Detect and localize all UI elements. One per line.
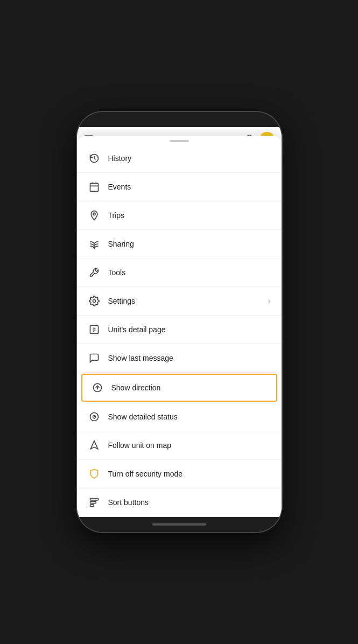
tools-icon xyxy=(88,266,101,279)
security-label: Turn off security mode xyxy=(108,470,271,478)
svg-rect-21 xyxy=(90,183,98,191)
menu-item-trips[interactable]: Trips xyxy=(77,201,282,230)
svg-rect-39 xyxy=(90,501,96,503)
events-icon xyxy=(88,180,101,193)
menu-item-direction[interactable]: Show direction xyxy=(81,374,277,402)
menu-item-history[interactable]: History xyxy=(77,144,282,173)
history-label: History xyxy=(108,154,271,163)
history-icon xyxy=(88,152,101,165)
message-label: Show last message xyxy=(108,354,271,362)
home-indicator xyxy=(152,523,206,526)
menu-item-status[interactable]: Show detailed status xyxy=(77,403,282,431)
direction-icon xyxy=(91,381,104,394)
menu-item-follow[interactable]: Follow unit on map xyxy=(77,431,282,460)
notch xyxy=(147,116,212,123)
sort-label: Sort buttons xyxy=(108,498,271,507)
tools-label: Tools xyxy=(108,268,271,277)
menu-item-sort[interactable]: Sort buttons xyxy=(77,488,282,517)
detail-label: Unit's detail page xyxy=(108,325,271,334)
phone-screen: Units B Company: S/102 Sim: 507,000 Addo… xyxy=(77,127,282,517)
events-label: Events xyxy=(108,183,271,191)
sort-icon xyxy=(88,496,101,509)
menu-item-message[interactable]: Show last message xyxy=(77,344,282,373)
follow-label: Follow unit on map xyxy=(108,441,271,450)
svg-rect-40 xyxy=(90,505,94,506)
sheet-handle xyxy=(170,140,189,142)
trips-label: Trips xyxy=(108,211,271,220)
menu-item-settings[interactable]: Settings › xyxy=(77,287,282,316)
sharing-label: Sharing xyxy=(108,240,271,248)
detail-icon xyxy=(88,323,101,336)
menu-item-detail[interactable]: Unit's detail page xyxy=(77,316,282,344)
menu-item-events[interactable]: Events xyxy=(77,173,282,201)
status-label: Show detailed status xyxy=(108,412,271,421)
menu-item-security[interactable]: Turn off security mode xyxy=(77,460,282,488)
menu-item-sharing[interactable]: Sharing xyxy=(77,230,282,258)
phone-shell: Units B Company: S/102 Sim: 507,000 Addo… xyxy=(77,112,282,532)
sharing-icon xyxy=(88,237,101,250)
message-icon xyxy=(88,352,101,365)
menu-item-tools[interactable]: Tools xyxy=(77,258,282,287)
svg-marker-37 xyxy=(90,441,97,449)
status-icon xyxy=(88,410,101,423)
notch-bar xyxy=(77,112,282,127)
sheet-handle-row xyxy=(77,136,282,144)
svg-point-26 xyxy=(93,300,95,303)
phone-bottom-bar xyxy=(77,517,282,532)
trips-icon xyxy=(88,209,101,222)
security-icon xyxy=(88,467,101,480)
settings-label: Settings xyxy=(108,297,268,305)
sheet-menu: History Events Trips xyxy=(77,144,282,517)
svg-point-25 xyxy=(93,213,95,215)
follow-icon xyxy=(88,439,101,452)
bottom-sheet: History Events Trips xyxy=(77,136,282,517)
settings-arrow: › xyxy=(268,296,270,306)
settings-icon xyxy=(88,295,101,307)
direction-label: Show direction xyxy=(111,383,268,392)
svg-rect-38 xyxy=(90,499,98,500)
